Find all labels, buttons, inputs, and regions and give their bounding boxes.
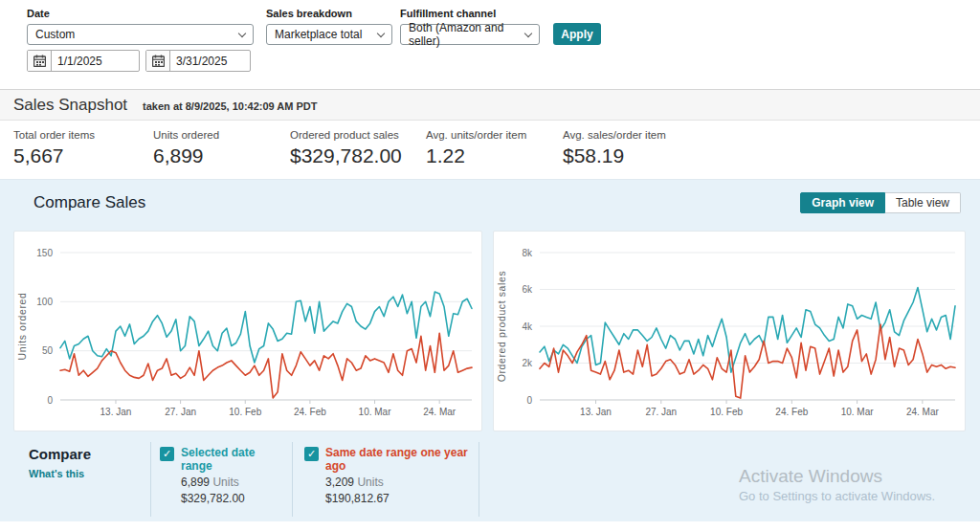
compare-sales-title: Compare Sales bbox=[33, 193, 145, 212]
compare-item-label: Same date range one year ago bbox=[325, 446, 469, 473]
date-label: Date bbox=[27, 8, 50, 19]
date-range-select[interactable]: Custom bbox=[27, 24, 254, 45]
stat-label: Avg. units/order item bbox=[426, 129, 526, 141]
activate-windows-watermark: Activate Windows bbox=[739, 466, 882, 487]
compare-title: Compare bbox=[29, 446, 91, 462]
compare-item-selected-range: ✓ Selected date range 6,899 Units $329,7… bbox=[160, 446, 284, 505]
stat-value: $58.19 bbox=[563, 144, 666, 167]
sales-dashboard: Date Custom Sales breakdown Marketplace … bbox=[0, 0, 980, 531]
svg-text:13. Jan: 13. Jan bbox=[100, 407, 132, 417]
svg-text:150: 150 bbox=[36, 248, 53, 258]
table-view-button[interactable]: Table view bbox=[885, 192, 961, 213]
start-date-input[interactable] bbox=[52, 51, 139, 71]
svg-text:24. Feb: 24. Feb bbox=[775, 407, 808, 417]
compare-item-sales: $190,812.67 bbox=[325, 492, 469, 505]
sales-breakdown-select[interactable]: Marketplace total bbox=[266, 24, 392, 45]
units-suffix: Units bbox=[357, 476, 383, 489]
compare-item-units: 6,899 Units bbox=[181, 476, 284, 489]
stat-units-ordered: Units ordered 6,899 bbox=[153, 129, 219, 167]
stat-total-order-items: Total order items 5,667 bbox=[13, 129, 95, 167]
units-value: 6,899 bbox=[181, 476, 210, 489]
units-value: 3,209 bbox=[325, 476, 354, 489]
divider bbox=[150, 442, 151, 517]
units-ordered-chart-svg: 05010015013. Jan27. Jan10. Feb24. Feb10.… bbox=[14, 232, 483, 432]
chevron-down-icon bbox=[238, 30, 246, 37]
stat-value: $329,782.00 bbox=[290, 144, 402, 167]
ordered-product-sales-chart-svg: 02k4k6k8k13. Jan27. Jan10. Feb24. Feb10.… bbox=[494, 232, 967, 432]
fulfillment-channel-value: Both (Amazon and seller) bbox=[409, 21, 518, 48]
graph-view-button[interactable]: Graph view bbox=[800, 192, 885, 213]
svg-text:2k: 2k bbox=[522, 358, 533, 368]
whats-this-link[interactable]: What's this bbox=[29, 468, 84, 479]
svg-text:24. Mar: 24. Mar bbox=[906, 407, 940, 417]
calendar-icon[interactable] bbox=[28, 51, 52, 71]
stat-value: 5,667 bbox=[13, 144, 95, 167]
compare-item-units: 3,209 Units bbox=[325, 476, 469, 489]
svg-text:0: 0 bbox=[526, 395, 532, 406]
svg-text:27. Jan: 27. Jan bbox=[165, 407, 196, 417]
svg-text:24. Mar: 24. Mar bbox=[423, 407, 457, 417]
view-toggle: Graph view Table view bbox=[800, 192, 961, 213]
svg-text:10. Mar: 10. Mar bbox=[359, 407, 392, 417]
stat-value: 1.22 bbox=[426, 144, 526, 167]
sales-snapshot-title: Sales Snapshot bbox=[13, 96, 127, 115]
stat-ordered-product-sales: Ordered product sales $329,782.00 bbox=[290, 129, 402, 167]
calendar-icon[interactable] bbox=[146, 51, 170, 71]
year-ago-checkbox[interactable]: ✓ bbox=[304, 447, 319, 461]
stat-label: Total order items bbox=[13, 129, 95, 141]
selected-range-checkbox[interactable]: ✓ bbox=[160, 447, 174, 461]
stat-label: Ordered product sales bbox=[290, 129, 402, 141]
units-ordered-chart: 05010015013. Jan27. Jan10. Feb24. Feb10.… bbox=[13, 231, 482, 431]
sales-breakdown-value: Marketplace total bbox=[275, 28, 362, 41]
compare-item-sales: $329,782.00 bbox=[181, 492, 284, 505]
divider bbox=[479, 442, 479, 517]
activate-windows-subtext: Go to Settings to activate Windows. bbox=[739, 489, 935, 503]
stat-label: Avg. sales/order item bbox=[563, 129, 666, 141]
units-suffix: Units bbox=[212, 476, 238, 489]
fulfillment-channel-label: Fulfillment channel bbox=[400, 8, 496, 19]
compare-sales-panel: Compare Sales Graph view Table view 0501… bbox=[0, 179, 980, 521]
svg-text:100: 100 bbox=[36, 297, 53, 307]
stat-value: 6,899 bbox=[153, 144, 219, 167]
fulfillment-channel-select[interactable]: Both (Amazon and seller) bbox=[400, 24, 540, 45]
sales-snapshot-header: Sales Snapshot taken at 8/9/2025, 10:42:… bbox=[0, 89, 980, 121]
ordered-product-sales-chart: 02k4k6k8k13. Jan27. Jan10. Feb24. Feb10.… bbox=[493, 231, 966, 431]
start-date-group bbox=[27, 50, 140, 72]
svg-text:24. Feb: 24. Feb bbox=[294, 407, 326, 417]
svg-text:10. Feb: 10. Feb bbox=[710, 407, 743, 417]
stat-label: Units ordered bbox=[153, 129, 219, 141]
divider bbox=[292, 442, 293, 517]
compare-item-year-ago: ✓ Same date range one year ago 3,209 Uni… bbox=[304, 446, 469, 505]
snapshot-timestamp: taken at 8/9/2025, 10:42:09 AM PDT bbox=[143, 98, 317, 112]
end-date-input[interactable] bbox=[170, 51, 250, 71]
end-date-group bbox=[145, 50, 251, 72]
svg-text:13. Jan: 13. Jan bbox=[580, 407, 612, 417]
date-range-value: Custom bbox=[35, 28, 75, 41]
svg-text:Ordered product sales: Ordered product sales bbox=[496, 271, 507, 383]
stat-avg-sales-order-item: Avg. sales/order item $58.19 bbox=[563, 129, 666, 167]
svg-text:4k: 4k bbox=[522, 321, 533, 332]
svg-text:8k: 8k bbox=[522, 248, 533, 258]
svg-text:27. Jan: 27. Jan bbox=[645, 407, 677, 417]
sales-breakdown-label: Sales breakdown bbox=[266, 8, 352, 19]
svg-text:10. Mar: 10. Mar bbox=[841, 407, 875, 417]
svg-text:6k: 6k bbox=[522, 284, 533, 295]
svg-text:Units ordered: Units ordered bbox=[16, 293, 28, 361]
compare-item-label: Selected date range bbox=[181, 446, 284, 473]
chevron-down-icon bbox=[377, 30, 385, 37]
chevron-down-icon bbox=[524, 30, 532, 37]
svg-text:0: 0 bbox=[47, 395, 53, 406]
svg-text:10. Feb: 10. Feb bbox=[229, 407, 261, 417]
stat-avg-units-order-item: Avg. units/order item 1.22 bbox=[426, 129, 526, 167]
svg-text:50: 50 bbox=[42, 345, 54, 356]
apply-button[interactable]: Apply bbox=[553, 23, 601, 45]
